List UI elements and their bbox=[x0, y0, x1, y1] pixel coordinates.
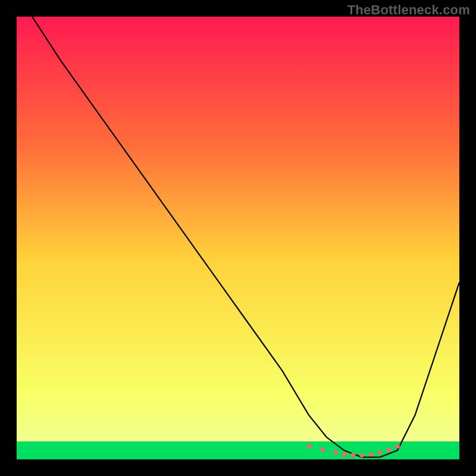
marker-dot bbox=[306, 444, 311, 449]
green-band bbox=[17, 441, 459, 459]
marker-dot bbox=[333, 450, 338, 455]
marker-dot bbox=[342, 452, 346, 456]
marker-dot bbox=[395, 444, 400, 449]
watermark-text: TheBottleneck.com bbox=[347, 2, 470, 18]
marker-dot bbox=[350, 452, 355, 457]
chart-svg bbox=[17, 17, 459, 459]
marker-dot bbox=[320, 447, 324, 452]
marker-dot bbox=[368, 452, 373, 456]
marker-dot bbox=[377, 450, 382, 455]
chart-container: TheBottleneck.com bbox=[0, 0, 476, 476]
marker-dot bbox=[359, 452, 364, 457]
marker-dot bbox=[386, 447, 391, 452]
gradient-background bbox=[17, 17, 459, 459]
plot-area bbox=[17, 17, 459, 459]
